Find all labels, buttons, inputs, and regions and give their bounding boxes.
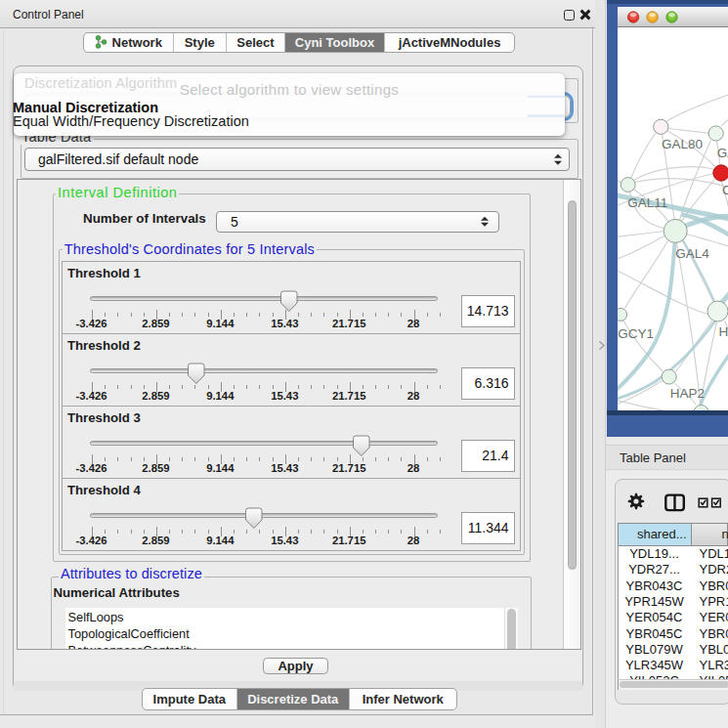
- svg-text:HAP2: HAP2: [669, 386, 704, 401]
- svg-text:HS: HS: [718, 323, 728, 338]
- svg-text:GAL80: GAL80: [662, 137, 703, 151]
- svg-text:GAL11: GAL11: [627, 195, 667, 210]
- svg-text:GAL4: GAL4: [675, 246, 709, 261]
- svg-text:CD: CD: [722, 183, 728, 197]
- svg-text:GCY1: GCY1: [618, 325, 654, 340]
- svg-text:GA: GA: [716, 146, 728, 160]
